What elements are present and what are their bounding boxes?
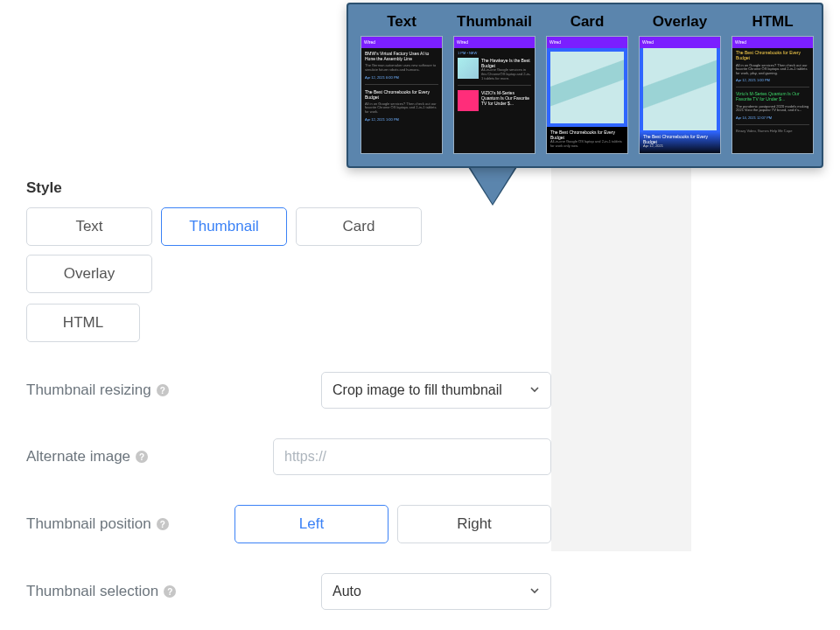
thumbnail-position-label: Thumbnail position ? <box>26 515 220 533</box>
style-option-label: HTML <box>63 314 103 332</box>
style-options-row2: HTML <box>26 304 551 342</box>
preview-html: Wired The Best Chromebooks for Every Bud… <box>732 36 814 154</box>
label-text: Thumbnail position <box>26 515 151 533</box>
style-option-card[interactable]: Card <box>296 207 422 246</box>
preview-label: Thumbnail <box>457 13 532 31</box>
preview-card: Wired The Best Chromebooks for Every Bud… <box>546 36 628 154</box>
style-option-text[interactable]: Text <box>26 207 152 246</box>
thumbnail-resizing-row: Thumbnail resizing ? Crop image to fill … <box>26 372 551 409</box>
option-label: Right <box>457 515 492 533</box>
preview-col-overlay: Overlay Wired The Best Chromebooks for E… <box>639 13 721 156</box>
style-option-label: Overlay <box>64 265 116 283</box>
style-option-html[interactable]: HTML <box>26 304 140 342</box>
preview-col-card: Card Wired The Best Chromebooks for Ever… <box>546 13 628 156</box>
select-value: Auto <box>332 584 361 599</box>
thumbnail-position-segmented: Left Right <box>234 505 551 543</box>
option-label: Left <box>299 515 324 533</box>
thumbnail-resizing-label: Thumbnail resizing ? <box>26 382 236 399</box>
style-option-label: Text <box>75 218 102 235</box>
alternate-image-row: Alternate image ? https:// <box>26 438 551 475</box>
style-option-label: Card <box>343 218 375 235</box>
style-option-label: Thumbnail <box>189 218 258 235</box>
style-option-overlay[interactable]: Overlay <box>26 255 152 293</box>
help-icon[interactable]: ? <box>136 451 148 463</box>
preview-col-text: Text Wired BMW's Virtual Factory Uses AI… <box>360 13 443 156</box>
alternate-image-label: Alternate image ? <box>26 448 236 466</box>
thumbnail-resizing-select[interactable]: Crop image to fill thumbnail <box>321 372 551 409</box>
chevron-down-icon <box>529 584 540 599</box>
preview-thumbnail: Wired 1 PM • NEW The Hawkeye Is the Best… <box>453 36 536 154</box>
preview-label: Overlay <box>653 13 707 31</box>
preview-col-thumbnail: Thumbnail Wired 1 PM • NEW The Hawkeye I… <box>453 13 536 156</box>
style-option-thumbnail[interactable]: Thumbnail <box>161 207 287 246</box>
label-text: Thumbnail selection <box>26 583 158 600</box>
select-value: Crop image to fill thumbnail <box>332 382 502 398</box>
help-icon[interactable]: ? <box>157 384 169 396</box>
label-text: Alternate image <box>26 448 130 466</box>
input-placeholder: https:// <box>284 449 326 465</box>
thumbnail-selection-select[interactable]: Auto <box>321 573 551 610</box>
chevron-down-icon <box>529 382 540 398</box>
side-panel <box>551 168 691 551</box>
preview-col-html: HTML Wired The Best Chromebooks for Ever… <box>732 13 814 156</box>
alternate-image-input[interactable]: https:// <box>273 438 551 475</box>
preview-text: Wired BMW's Virtual Factory Uses AI to H… <box>360 36 443 154</box>
preview-label: HTML <box>752 13 793 31</box>
style-preview-popover: Text Wired BMW's Virtual Factory Uses AI… <box>346 3 823 168</box>
preview-label: Card <box>570 13 605 31</box>
style-form: Style Text Thumbnail Card Overlay HTML T… <box>26 179 551 610</box>
preview-overlay: Wired The Best Chromebooks for Every Bud… <box>639 36 721 154</box>
help-icon[interactable]: ? <box>164 585 176 598</box>
label-text: Thumbnail resizing <box>26 382 151 399</box>
thumbnail-position-row: Thumbnail position ? Left Right <box>26 505 551 543</box>
thumbnail-selection-label: Thumbnail selection ? <box>26 583 236 600</box>
help-icon[interactable]: ? <box>157 518 169 530</box>
thumbnail-selection-row: Thumbnail selection ? Auto <box>26 573 551 610</box>
popover-arrow <box>470 167 515 204</box>
thumbnail-position-left[interactable]: Left <box>234 505 388 543</box>
preview-label: Text <box>387 13 416 31</box>
style-options: Text Thumbnail Card Overlay <box>26 207 551 293</box>
thumbnail-position-right[interactable]: Right <box>397 505 551 543</box>
